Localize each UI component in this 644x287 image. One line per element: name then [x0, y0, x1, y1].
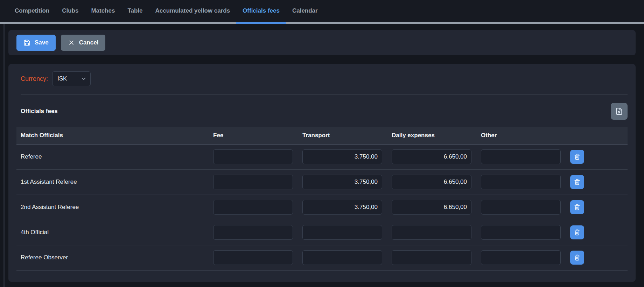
trash-icon: [574, 204, 580, 210]
tab-accumulated-yellow-cards[interactable]: Accumulated yellow cards: [149, 0, 237, 22]
table-row: Referee: [16, 144, 628, 169]
other-input[interactable]: [481, 149, 561, 164]
col-header-fee: Fee: [209, 127, 298, 144]
window-left-edge: [4, 0, 5, 287]
official-name: 1st Assistant Referee: [16, 169, 209, 195]
other-input[interactable]: [481, 175, 561, 189]
fee-input[interactable]: [213, 225, 293, 240]
file-excel-icon: [615, 107, 623, 115]
delete-row-button[interactable]: [570, 200, 584, 214]
currency-label: Currency:: [21, 75, 48, 83]
col-header-daily-expenses: Daily expenses: [387, 127, 477, 144]
fee-input[interactable]: [213, 250, 293, 265]
transport-input[interactable]: [302, 200, 382, 215]
tab-officials-fees[interactable]: Officials fees: [236, 0, 286, 22]
daily-expenses-input[interactable]: [392, 149, 471, 164]
section-header: Officials fees: [16, 103, 628, 120]
save-button[interactable]: Save: [16, 35, 56, 51]
save-icon: [23, 39, 30, 46]
trash-icon: [574, 229, 580, 236]
daily-expenses-input[interactable]: [392, 200, 471, 215]
table-row: Referee Observer: [16, 245, 628, 270]
col-header-match-officials: Match Officials: [16, 127, 209, 144]
tab-clubs[interactable]: Clubs: [56, 0, 85, 22]
section-title: Officials fees: [21, 108, 58, 115]
other-input[interactable]: [481, 225, 561, 240]
trash-icon: [574, 154, 580, 160]
save-button-label: Save: [35, 39, 49, 46]
daily-expenses-input[interactable]: [392, 175, 471, 189]
delete-row-button[interactable]: [570, 225, 584, 239]
fee-input[interactable]: [213, 200, 293, 215]
official-name: 2nd Assistant Referee: [16, 195, 209, 220]
tab-table[interactable]: Table: [121, 0, 149, 22]
trash-icon: [574, 179, 580, 185]
other-input[interactable]: [481, 200, 561, 215]
table-row: 2nd Assistant Referee: [16, 195, 628, 220]
official-name: Referee: [16, 144, 209, 169]
officials-fees-panel: Currency: ISK Officials fees: [8, 64, 636, 282]
daily-expenses-input[interactable]: [392, 250, 471, 265]
daily-expenses-input[interactable]: [392, 225, 471, 240]
top-navigation: Competition Clubs Matches Table Accumula…: [0, 0, 644, 24]
toolbar: Save Cancel: [8, 30, 636, 55]
official-name: 4th Official: [16, 220, 209, 245]
transport-input[interactable]: [302, 225, 382, 240]
tab-bar-underline: [0, 22, 644, 24]
chevron-down-icon: [80, 76, 87, 82]
transport-input[interactable]: [302, 149, 382, 164]
currency-select-value: ISK: [57, 75, 67, 82]
officials-fees-table: Match Officials Fee Transport Daily expe…: [16, 127, 628, 271]
col-header-transport: Transport: [298, 127, 387, 144]
table-row: 4th Official: [16, 220, 628, 245]
col-header-actions: [566, 127, 628, 144]
fee-input[interactable]: [213, 175, 293, 189]
tab-calendar[interactable]: Calendar: [286, 0, 324, 22]
transport-input[interactable]: [302, 175, 382, 189]
tab-matches[interactable]: Matches: [85, 0, 121, 22]
tab-competition[interactable]: Competition: [8, 0, 56, 22]
other-input[interactable]: [481, 250, 561, 265]
col-header-other: Other: [477, 127, 566, 144]
currency-row: Currency: ISK: [16, 71, 628, 86]
table-row: 1st Assistant Referee: [16, 169, 628, 195]
fee-input[interactable]: [213, 149, 293, 164]
section-divider: [21, 94, 628, 94]
delete-row-button[interactable]: [570, 251, 584, 265]
transport-input[interactable]: [302, 250, 382, 265]
tab-bar: Competition Clubs Matches Table Accumula…: [0, 0, 644, 22]
delete-row-button[interactable]: [570, 175, 584, 189]
table-header-row: Match Officials Fee Transport Daily expe…: [16, 127, 628, 144]
cancel-button-label: Cancel: [79, 39, 99, 46]
export-excel-button[interactable]: [611, 103, 628, 120]
trash-icon: [574, 254, 580, 261]
delete-row-button[interactable]: [570, 150, 584, 164]
official-name: Referee Observer: [16, 245, 209, 270]
currency-select[interactable]: ISK: [52, 71, 91, 86]
cancel-button[interactable]: Cancel: [61, 35, 106, 51]
close-icon: [68, 39, 75, 46]
